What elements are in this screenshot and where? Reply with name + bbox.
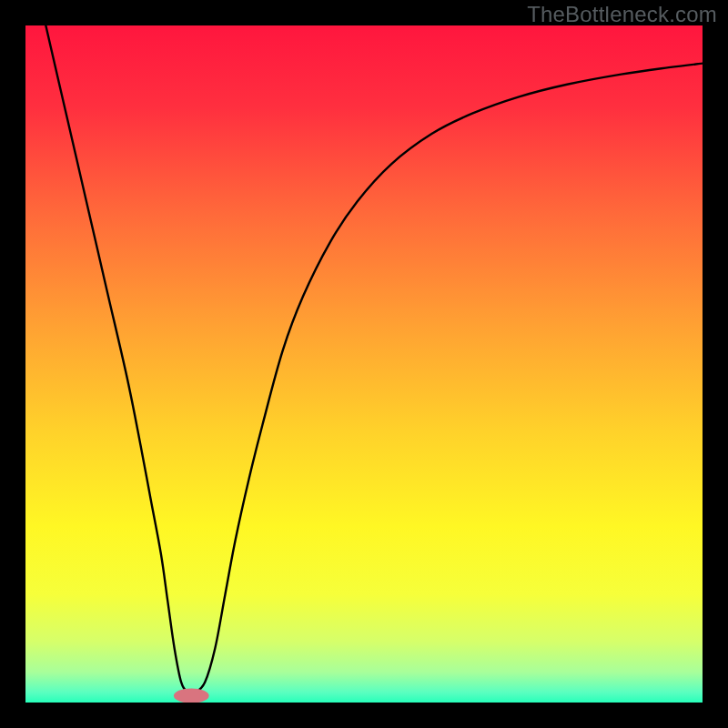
chart-container: TheBottleneck.com [0,0,728,728]
watermark-text: TheBottleneck.com [527,2,717,27]
chart-svg [25,25,703,703]
optimal-marker [174,688,209,703]
chart-background [25,25,703,703]
plot-area [25,25,703,703]
